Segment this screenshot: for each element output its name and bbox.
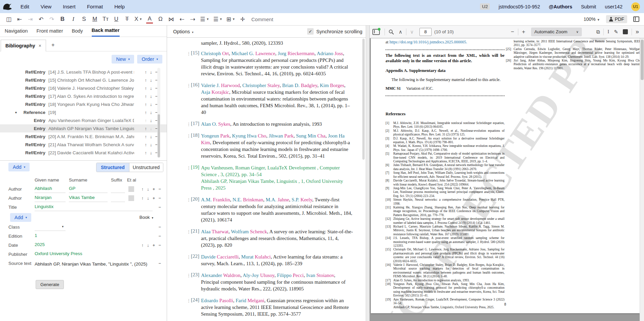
move-up-icon[interactable]: ↑ (145, 78, 147, 83)
synchronize-scrolling-checkbox[interactable]: ✓ (307, 28, 314, 35)
add-field-button[interactable]: Add▾ (10, 213, 31, 222)
etal-checkbox[interactable] (128, 195, 134, 201)
remove-icon[interactable]: − (158, 196, 161, 201)
indent-icon[interactable]: ⇢ (189, 15, 196, 24)
smallcaps-icon[interactable]: Tᴛ (102, 15, 109, 24)
move-down-icon[interactable]: ↓ (150, 126, 152, 131)
add-icon[interactable]: + (153, 243, 155, 248)
move-down-icon[interactable]: ↓ (147, 243, 149, 248)
go-last-icon[interactable]: ⇥ (27, 15, 34, 24)
zoom-out-icon[interactable]: − (511, 29, 514, 35)
drag-handle-icon[interactable]: ⋮ (187, 254, 190, 260)
scrollbar-thumb[interactable] (158, 114, 160, 157)
given-name-field[interactable]: Abhilash (35, 186, 66, 193)
add-tab-button[interactable]: + (51, 42, 55, 51)
drag-handle-icon[interactable]: ⋮ (187, 133, 190, 139)
move-down-icon[interactable]: ↓ (150, 102, 152, 107)
menu-edit[interactable]: Edit (21, 4, 29, 9)
zoom-in-icon[interactable]: + (522, 29, 525, 35)
move-down-icon[interactable]: ↓ (150, 134, 152, 139)
surname-field[interactable]: GP (69, 186, 108, 193)
bib-entry[interactable]: ⋮[21]Alaa Tharwat, Wolfram Schenck, A su… (167, 228, 366, 248)
move-up-icon[interactable]: ↑ (145, 110, 147, 115)
drag-handle-icon[interactable]: ⋮ (187, 51, 190, 56)
surname-field[interactable]: Vikas Tambe (69, 195, 108, 202)
drag-handle-icon[interactable]: ⋮ (187, 197, 190, 203)
pdf-zoom-select[interactable]: Automatic Zoom∨ (531, 28, 582, 36)
tab-body[interactable]: Body (72, 26, 83, 36)
bib-entry[interactable]: ⋮[22]Davide Cacciarelli, Murat Kulahci, … (167, 253, 366, 267)
user2-badge[interactable]: U2 (480, 3, 490, 10)
annotate-pen-icon[interactable]: ✎ (614, 29, 618, 35)
remove-icon[interactable]: − (158, 187, 161, 192)
move-down-icon[interactable]: ↓ (150, 78, 152, 83)
generate-button[interactable]: Generate (36, 280, 64, 289)
entry-type-dropdown[interactable]: Book▾ (139, 215, 153, 220)
bullet-list-icon[interactable]: ☰▼ (200, 15, 209, 24)
move-down-icon[interactable]: ↓ (150, 142, 152, 147)
editor-mode-icon[interactable] (623, 29, 628, 34)
special-char-icon[interactable]: Ω (157, 15, 164, 24)
panel-resize-gutter[interactable] (366, 26, 370, 321)
page-number-input[interactable] (419, 28, 432, 36)
menu-format[interactable]: Format (87, 4, 103, 9)
bib-entry[interactable]: ⋮[20]A.M. Franklin, N.E. Brinkman, M.A. … (167, 196, 366, 223)
strikethrough-icon[interactable]: T (124, 15, 130, 24)
move-up-icon[interactable]: ↑ (142, 187, 144, 192)
bold-icon[interactable]: B (59, 15, 66, 24)
add-icon[interactable]: + (153, 196, 155, 201)
move-up-icon[interactable]: ↑ (145, 150, 147, 155)
pdf-scrollbar[interactable] (640, 38, 644, 321)
suffix-field[interactable] (111, 186, 125, 193)
menu-view[interactable]: View (41, 4, 51, 9)
move-up-icon[interactable]: ↑ (145, 118, 147, 123)
new-button[interactable]: New▾ (112, 55, 134, 64)
pdf-preview-button[interactable]: PDF (606, 15, 627, 23)
strike-s-icon[interactable]: S (81, 15, 87, 24)
drag-handle-icon[interactable]: ⋮ (187, 229, 190, 235)
outdent-icon[interactable]: ⇠ (178, 15, 185, 24)
bib-entry[interactable]: ⋮[17]Alan O. Sykes, An introduction to r… (167, 121, 366, 127)
text-select-icon[interactable]: I (607, 29, 609, 35)
given-name-field[interactable]: Niranjan (35, 195, 66, 202)
subsuperscript-icon[interactable]: X▼ (134, 15, 142, 24)
bib-entry[interactable]: ⋮[24]Edoardo Pasolli, Farid Melgani, Gau… (167, 297, 366, 317)
list-item[interactable]: Ref/Entry[21] Alaa Tharwat Wolfram Schen… (0, 141, 167, 149)
move-up-icon[interactable]: ↑ (145, 142, 147, 147)
comment-button[interactable]: Comment (251, 16, 273, 22)
order-button[interactable]: Order▾ (137, 55, 162, 64)
list-item[interactable]: EntryApu Vanheusen Roman Ginger LualaTeX… (0, 116, 167, 124)
pdf-content-area[interactable]: UNCORRECTED PROOF at https://doi.org/10.… (370, 38, 644, 321)
find-next-icon[interactable]: ∨ (410, 29, 414, 35)
move-down-icon[interactable]: ↓ (150, 86, 152, 91)
drag-handle-icon[interactable]: ⋮ (187, 273, 190, 278)
list-item[interactable]: Ref/Entry[22] Davide Cacciarelli Murat K… (0, 149, 167, 157)
table-icon[interactable]: ⊞▼ (227, 15, 235, 24)
move-up-icon[interactable]: ↑ (145, 126, 147, 131)
submit-button[interactable]: Submit (581, 4, 596, 9)
move-up-icon[interactable]: ↑ (145, 102, 147, 107)
list-scrollbar[interactable] (157, 68, 160, 158)
numbered-list-icon[interactable]: ☰▼ (213, 15, 222, 24)
drag-handle-icon[interactable]: ⋮ (187, 165, 190, 171)
remove-icon[interactable]: − (158, 234, 161, 239)
tab-navigation[interactable]: Navigation (5, 26, 28, 36)
tab-back-matter[interactable]: Back matter (92, 26, 120, 37)
panel-layout-icon[interactable] (633, 16, 639, 22)
remove-icon[interactable]: − (158, 225, 161, 230)
bib-scrollbar-thumb[interactable] (362, 39, 365, 160)
move-down-icon[interactable]: ↓ (150, 118, 152, 123)
page-columns-icon[interactable]: ◫ (5, 15, 12, 24)
move-up-icon[interactable]: ↑ (142, 243, 144, 248)
bib-entry[interactable]: ⋮[18]Yongeun Park, Kyung Hwa Cho, Jihwan… (167, 132, 366, 159)
edition-field[interactable]: 1 (35, 233, 153, 240)
list-item[interactable]: Ref/Entry[14] J.S. Lessels TFA Bishop A … (0, 68, 167, 76)
move-down-icon[interactable]: ↓ (147, 187, 149, 192)
date-field[interactable]: 2025 (35, 242, 153, 249)
remove-icon[interactable]: − (158, 261, 161, 266)
pdf-sidebar-toggle-icon[interactable] (372, 29, 380, 35)
list-item[interactable]: Ref/Entry[17] Alan O. Sykes An introduct… (0, 92, 167, 100)
title-field[interactable]: Linguistix (35, 204, 153, 211)
class-select[interactable]: ▾ (35, 224, 66, 231)
scrollbar-thumb[interactable] (641, 40, 644, 80)
